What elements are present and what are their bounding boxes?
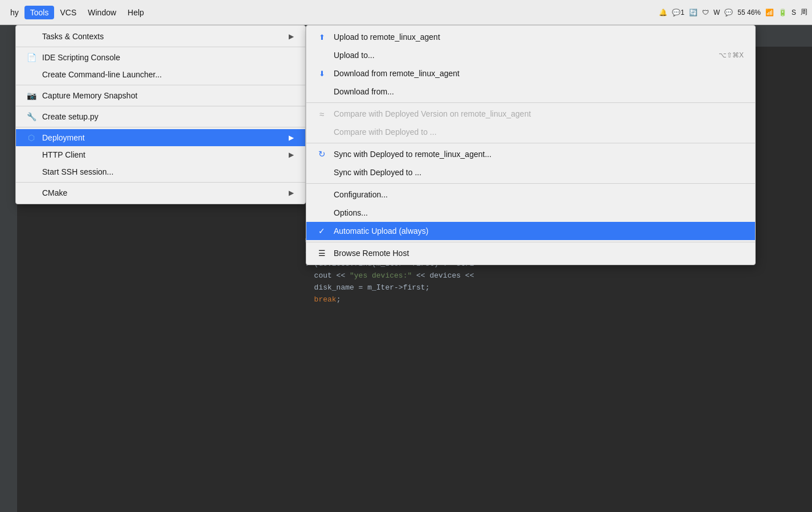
ide-scripting-label: IDE Scripting Console: [42, 53, 120, 62]
separator-1: [16, 47, 305, 47]
left-sidebar: [0, 25, 17, 512]
menubar-item-vcs[interactable]: VCS: [54, 6, 82, 19]
upload-remote-icon: [315, 32, 328, 42]
create-cmd-label: Create Command-line Launcher...: [42, 70, 162, 79]
cmake-arrow-icon: ▶: [289, 189, 294, 197]
sync-remote-icon: [315, 150, 328, 159]
menu-item-create-cmd[interactable]: Create Command-line Launcher...: [16, 66, 305, 83]
capture-memory-label: Capture Memory Snapshot: [42, 91, 137, 100]
menu-item-capture-memory[interactable]: 📷 Capture Memory Snapshot: [16, 87, 305, 104]
menubar-item-window[interactable]: Window: [82, 6, 122, 19]
sub-separator-4: [306, 242, 755, 242]
menubar-item-help[interactable]: Help: [122, 6, 150, 19]
sub-item-upload-remote[interactable]: Upload to remote_linux_agent: [306, 28, 755, 46]
sync-to-icon: [315, 168, 328, 177]
menu-item-start-ssh[interactable]: Start SSH session...: [16, 163, 305, 180]
browse-remote-icon: [315, 249, 328, 258]
cmake-label: CMake: [42, 188, 67, 197]
upload-remote-label: Upload to remote_linux_agent: [334, 32, 440, 42]
sub-item-configuration[interactable]: Configuration...: [306, 185, 755, 204]
sync-to-label: Sync with Deployed to ...: [334, 168, 421, 177]
capture-memory-icon: 📷: [25, 91, 38, 100]
http-client-arrow-icon: ▶: [289, 151, 294, 159]
sub-separator-2: [306, 143, 755, 143]
sub-item-download-from[interactable]: Download from...: [306, 82, 755, 101]
sub-item-compare-deployed-remote: Compare with Deployed Version on remote_…: [306, 105, 755, 123]
separator-4: [16, 127, 305, 127]
http-client-icon: [25, 150, 38, 159]
download-from-label: Download from...: [334, 87, 394, 96]
menu-item-cmake[interactable]: CMake ▶: [16, 184, 305, 201]
tasks-arrow-icon: ▶: [289, 32, 294, 40]
sub-item-auto-upload[interactable]: Automatic Upload (always): [306, 222, 755, 240]
sub-item-download-remote[interactable]: Download from remote_linux_agent: [306, 64, 755, 82]
auto-upload-check-icon: [315, 226, 328, 236]
tasks-icon: [25, 32, 38, 41]
menu-item-create-setup[interactable]: 🔧 Create setup.py: [16, 108, 305, 125]
browse-remote-label: Browse Remote Host: [334, 249, 409, 258]
tasks-label: Tasks & Contexts: [42, 32, 104, 41]
upload-to-label: Upload to...: [334, 51, 375, 60]
menu-item-ide-scripting[interactable]: 📄 IDE Scripting Console: [16, 49, 305, 66]
sub-item-compare-deployed-to: Compare with Deployed to ...: [306, 123, 755, 141]
menu-item-http-client[interactable]: HTTP Client ▶: [16, 146, 305, 163]
create-setup-icon: 🔧: [25, 112, 38, 121]
sub-item-browse-remote[interactable]: Browse Remote Host: [306, 244, 755, 262]
compare-deployed-remote-icon: [315, 109, 328, 118]
download-remote-icon: [315, 69, 328, 78]
auto-upload-label: Automatic Upload (always): [334, 226, 429, 236]
menubar: hy Tools VCS Window Help 🔔 💬1 🔄 🛡 W 💬 55…: [0, 0, 812, 25]
options-label: Options...: [334, 208, 368, 217]
sub-separator-3: [306, 183, 755, 184]
start-ssh-icon: [25, 167, 38, 176]
configuration-label: Configuration...: [334, 190, 388, 199]
sub-item-sync-remote[interactable]: Sync with Deployed to remote_linux_agent…: [306, 145, 755, 163]
deployment-submenu: Upload to remote_linux_agent Upload to..…: [306, 25, 756, 265]
download-remote-label: Download from remote_linux_agent: [334, 69, 460, 78]
separator-5: [16, 182, 305, 183]
ide-scripting-icon: 📄: [25, 53, 38, 62]
configuration-icon: [315, 190, 328, 199]
sub-item-sync-to[interactable]: Sync with Deployed to ...: [306, 163, 755, 181]
compare-deployed-remote-label: Compare with Deployed Version on remote_…: [334, 109, 531, 118]
create-cmd-icon: [25, 70, 38, 79]
create-setup-label: Create setup.py: [42, 112, 99, 121]
deployment-arrow-icon: ▶: [289, 134, 294, 142]
sub-item-upload-to[interactable]: Upload to... ⌥⇧⌘X: [306, 46, 755, 64]
menubar-status-icons: 🔔 💬1 🔄 🛡 W 💬 55 46% 📶 🔋 S 周: [659, 7, 807, 17]
sub-item-options[interactable]: Options...: [306, 204, 755, 222]
menubar-item-tools[interactable]: Tools: [24, 6, 55, 19]
options-icon: [315, 208, 328, 217]
start-ssh-label: Start SSH session...: [42, 167, 113, 176]
upload-to-shortcut: ⌥⇧⌘X: [719, 51, 744, 59]
separator-3: [16, 106, 305, 106]
tools-dropdown: Tasks & Contexts ▶ 📄 IDE Scripting Conso…: [15, 25, 306, 204]
sync-remote-label: Sync with Deployed to remote_linux_agent…: [334, 150, 491, 159]
download-from-icon: [315, 87, 328, 96]
compare-deployed-to-icon: [315, 127, 328, 137]
menu-item-tasks-contexts[interactable]: Tasks & Contexts ▶: [16, 28, 305, 45]
menu-item-deployment[interactable]: ⬡ Deployment ▶: [16, 129, 305, 146]
cmake-icon: [25, 188, 38, 197]
upload-to-icon: [315, 51, 328, 60]
http-client-label: HTTP Client: [42, 150, 85, 159]
sub-separator-1: [306, 102, 755, 103]
compare-deployed-to-label: Compare with Deployed to ...: [334, 127, 437, 137]
deployment-label: Deployment: [42, 133, 85, 142]
separator-2: [16, 85, 305, 85]
deployment-icon: ⬡: [25, 133, 38, 142]
menubar-item-hy[interactable]: hy: [5, 6, 24, 19]
